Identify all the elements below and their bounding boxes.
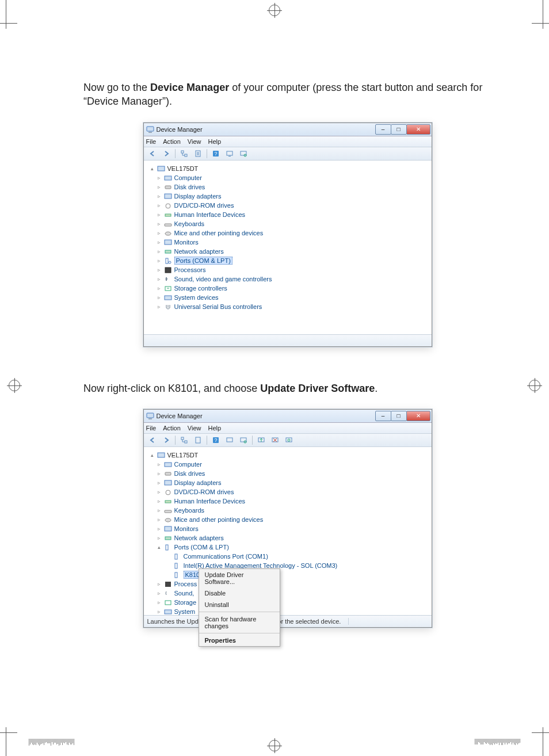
p2-text-b: Update Driver Software bbox=[260, 383, 375, 394]
svg-rect-43 bbox=[165, 480, 171, 485]
context-uninstall[interactable]: Uninstall bbox=[199, 599, 280, 610]
tree-item[interactable]: ▹System devices bbox=[157, 293, 428, 302]
svg-rect-56 bbox=[165, 610, 171, 614]
svg-rect-7 bbox=[227, 151, 232, 155]
instruction-paragraph-2: Now right-click on K8101, and choose Upd… bbox=[83, 381, 491, 395]
context-update[interactable]: Update Driver Software... bbox=[199, 569, 280, 587]
tree-item[interactable]: ▹Disk drives bbox=[157, 183, 428, 192]
toolbar-sep bbox=[175, 436, 176, 445]
context-disable[interactable]: Disable bbox=[199, 587, 280, 599]
menu-action[interactable]: Action bbox=[163, 138, 181, 145]
back-icon[interactable] bbox=[146, 434, 159, 446]
p1-text-a: Now go to the bbox=[83, 82, 150, 93]
svg-rect-27 bbox=[148, 418, 152, 419]
barcode-right bbox=[475, 739, 520, 744]
tree-item[interactable]: ▹Computer bbox=[157, 174, 428, 182]
tree-item[interactable]: ▹Universal Serial Bus controllers bbox=[157, 303, 428, 311]
tree-root[interactable]: ▴VEL175DT bbox=[150, 451, 428, 460]
svg-rect-41 bbox=[165, 463, 171, 467]
tree-item[interactable]: ▹Network adapters bbox=[157, 247, 428, 256]
statusbar bbox=[144, 334, 432, 346]
tree-item[interactable]: ▹Process bbox=[157, 580, 428, 589]
registration-mark-icon bbox=[269, 740, 280, 751]
svg-rect-30 bbox=[196, 437, 200, 443]
tree-item[interactable]: ▹Sound, video and game controllers bbox=[157, 275, 428, 284]
menu-help[interactable]: Help bbox=[208, 138, 221, 145]
svg-point-15 bbox=[166, 204, 170, 208]
tree-item[interactable]: ▹Monitors bbox=[157, 238, 428, 247]
tree-item-selected[interactable]: ▹Ports (COM & LPT) bbox=[157, 257, 428, 265]
toolbar-sep bbox=[175, 149, 176, 158]
help-icon[interactable]: ? bbox=[209, 148, 222, 159]
tree-item[interactable]: ▹DVD/CD-ROM drives bbox=[157, 201, 428, 210]
tree-item-ports[interactable]: ▴Ports (COM & LPT) bbox=[157, 543, 428, 552]
p1-text-b: Device Manager bbox=[150, 82, 229, 93]
menu-view[interactable]: View bbox=[188, 138, 201, 145]
svg-rect-0 bbox=[147, 127, 154, 131]
tree-item[interactable]: ▹Processors bbox=[157, 266, 428, 274]
tree-item[interactable]: ▹Keyboards bbox=[157, 220, 428, 228]
tree-item[interactable]: Communications Port (COM1) bbox=[166, 552, 428, 561]
tree-item[interactable]: ▹Mice and other pointing devices bbox=[157, 516, 428, 524]
context-scan[interactable]: Scan for hardware changes bbox=[199, 612, 280, 632]
properties-icon[interactable] bbox=[192, 148, 204, 159]
tree-item[interactable]: ▹Storage bbox=[157, 598, 428, 607]
forward-icon[interactable] bbox=[160, 148, 173, 159]
svg-rect-51 bbox=[175, 554, 177, 559]
window-title: Device Manager bbox=[157, 413, 203, 419]
tree-icon[interactable] bbox=[178, 434, 190, 446]
titlebar[interactable]: Device Manager – □ ✕ bbox=[144, 410, 432, 423]
uninstall-icon[interactable] bbox=[269, 434, 281, 446]
back-icon[interactable] bbox=[146, 148, 159, 159]
tree-item[interactable]: ▹Storage controllers bbox=[157, 284, 428, 293]
refresh-icon[interactable] bbox=[223, 148, 236, 159]
titlebar[interactable]: Device Manager – □ ✕ bbox=[144, 123, 432, 136]
maximize-button[interactable]: □ bbox=[391, 124, 407, 135]
tree-item[interactable]: ▹Display adapters bbox=[157, 479, 428, 487]
menu-help[interactable]: Help bbox=[208, 425, 221, 432]
tree-item[interactable]: ▹Human Interface Devices bbox=[157, 211, 428, 219]
svg-rect-19 bbox=[165, 240, 171, 245]
context-properties[interactable]: Properties bbox=[199, 633, 280, 646]
close-button[interactable]: ✕ bbox=[406, 124, 430, 135]
barcode-left bbox=[29, 739, 74, 744]
scan-icon[interactable] bbox=[237, 148, 250, 159]
tree-root[interactable]: ▴VEL175DT bbox=[150, 165, 428, 173]
close-button[interactable]: ✕ bbox=[406, 411, 430, 421]
properties-icon[interactable] bbox=[192, 434, 204, 446]
device-tree: ▴VEL175DT ▹Computer ▹Disk drives ▹Displa… bbox=[144, 161, 432, 334]
svg-point-44 bbox=[166, 490, 170, 495]
svg-rect-14 bbox=[165, 194, 171, 198]
forward-icon[interactable] bbox=[160, 434, 173, 446]
tree-item[interactable]: ▹Human Interface Devices bbox=[157, 497, 428, 506]
menu-file[interactable]: File bbox=[146, 425, 157, 432]
tree-item[interactable]: ▹Display adapters bbox=[157, 192, 428, 201]
update-icon[interactable] bbox=[255, 434, 268, 446]
tree-item[interactable]: ▹Computer bbox=[157, 460, 428, 469]
tree-item[interactable]: ▹System bbox=[157, 608, 428, 615]
tree-item[interactable]: ▹Mice and other pointing devices bbox=[157, 229, 428, 238]
scan-icon[interactable] bbox=[237, 434, 250, 446]
tree-item[interactable]: ▹DVD/CD-ROM drives bbox=[157, 488, 428, 497]
tree-item[interactable]: ▹Monitors bbox=[157, 525, 428, 533]
menu-action[interactable]: Action bbox=[163, 425, 181, 432]
scan2-icon[interactable] bbox=[283, 434, 295, 446]
minimize-button[interactable]: – bbox=[375, 411, 391, 421]
tree-item[interactable]: ▹Sound, bbox=[157, 589, 428, 598]
menu-view[interactable]: View bbox=[188, 425, 201, 432]
tree-item[interactable]: ▹Keyboards bbox=[157, 506, 428, 515]
tree-item[interactable]: ▹Network adapters bbox=[157, 534, 428, 543]
svg-rect-12 bbox=[165, 176, 171, 180]
tree-icon[interactable] bbox=[178, 148, 190, 159]
svg-text:?: ? bbox=[214, 437, 217, 443]
help-icon[interactable]: ? bbox=[209, 434, 222, 446]
refresh-icon[interactable] bbox=[223, 434, 236, 446]
toolbar: ? bbox=[144, 434, 432, 447]
menu-file[interactable]: File bbox=[146, 138, 157, 145]
svg-rect-21 bbox=[166, 258, 168, 264]
maximize-button[interactable]: □ bbox=[391, 411, 407, 421]
device-manager-window-2: Device Manager – □ ✕ File Action View He… bbox=[143, 409, 432, 628]
minimize-button[interactable]: – bbox=[375, 124, 391, 135]
menubar: File Action View Help bbox=[144, 136, 432, 147]
tree-item[interactable]: ▹Disk drives bbox=[157, 469, 428, 478]
